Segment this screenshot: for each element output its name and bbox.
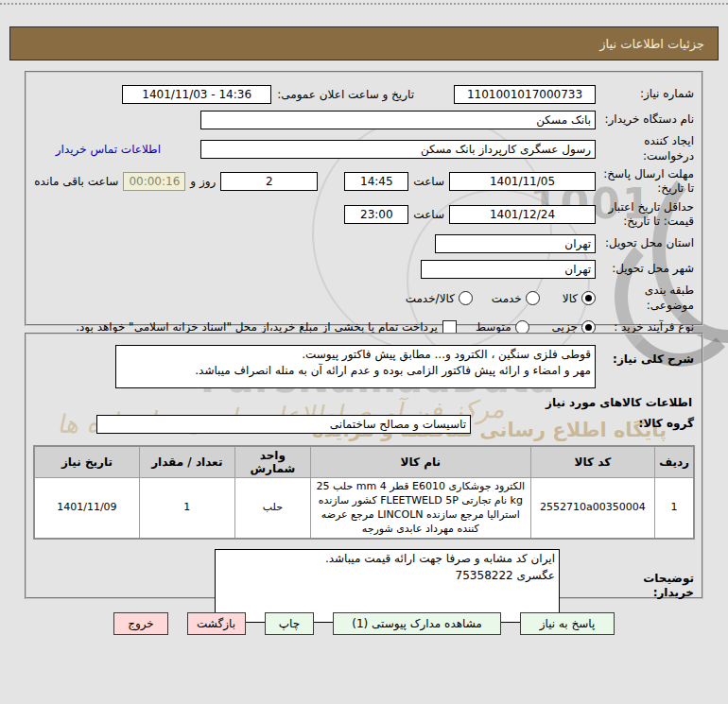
col-header-item-code: کد کالا <box>530 446 655 478</box>
view-attached-docs-button[interactable]: مشاهده مدارک پیوستی (1) <box>333 612 501 635</box>
subject-category-row: طبقه بندی موضوعی: کالا خدمت کالا/خدمت <box>34 283 694 313</box>
city-label: شهر محل تحویل: <box>596 262 694 277</box>
countdown-box: 00:00:16 <box>123 172 185 191</box>
city-row: شهر محل تحویل: <box>34 258 694 281</box>
need-number-field[interactable] <box>454 85 596 104</box>
announce-datetime-field[interactable] <box>122 85 271 104</box>
back-button[interactable]: بازگشت <box>187 612 246 635</box>
city-field[interactable] <box>421 260 596 279</box>
radio-goods-label: کالا <box>563 292 578 305</box>
radio-goods-service[interactable] <box>459 291 473 305</box>
province-label: استان محل تحویل: <box>596 236 694 251</box>
days-remaining-field[interactable] <box>220 172 318 191</box>
cell-row-number: 1 <box>655 478 694 540</box>
cell-need-date: 1401/11/09 <box>34 478 139 540</box>
page-title: جزئیات اطلاعات نیاز <box>599 37 704 51</box>
countdown-label: ساعت باقی مانده <box>34 175 118 188</box>
col-header-need-date: تاریخ نیاز <box>34 446 139 478</box>
need-description-row: شرح کلی نیاز: قوطی فلزی سنگین ، الکترود … <box>34 345 694 388</box>
cell-item-code: 2552710a00350004 <box>530 478 655 540</box>
announce-datetime-label: تاریخ و ساعت اعلان عمومی: <box>271 88 414 101</box>
buyer-org-row: نام دستگاه خریدار: <box>34 109 694 131</box>
cell-item-name: الکترود جوشکاری E6010 قطر 4 mm حلب 25 kg… <box>311 478 531 540</box>
col-header-row-number: ردیف <box>655 446 694 478</box>
radio-goods-service-label: کالا/خدمت <box>406 292 455 305</box>
requester-row: ایجاد کننده درخواست: اطلاعات تماس خریدار <box>34 134 694 163</box>
buyer-contact-link[interactable]: اطلاعات تماس خریدار <box>56 143 161 156</box>
validity-time-field[interactable] <box>344 205 408 224</box>
deadline-time-field[interactable] <box>344 172 408 191</box>
goods-group-field[interactable] <box>96 415 471 434</box>
col-header-quantity: تعداد / مقدار <box>139 446 234 478</box>
cell-quantity: 1 <box>139 478 234 540</box>
top-dotted-divider <box>0 3 728 5</box>
deadline-date-field[interactable] <box>449 172 596 191</box>
goods-group-row: گروه کالا: <box>34 413 694 436</box>
validity-hour-label: ساعت <box>413 208 444 221</box>
col-header-unit: واحد شمارش <box>234 446 310 478</box>
radio-service[interactable] <box>526 291 540 305</box>
exit-button[interactable]: خروج <box>113 612 168 635</box>
cell-unit: حلب <box>234 478 310 540</box>
radio-service-label: خدمت <box>492 292 522 305</box>
items-panel: شرح کلی نیاز: قوطی فلزی سنگین ، الکترود … <box>25 333 703 599</box>
buyer-notes-label: توضیحات خریدار: <box>596 572 694 601</box>
respond-to-need-button[interactable]: پاسخ به نیاز <box>520 612 615 635</box>
price-validity-label: حداقل تاریخ اعتبار قیمت: تا تاریخ: <box>596 200 694 230</box>
items-table-header-row: ردیف کد کالا نام کالا واحد شمارش تعداد /… <box>34 446 694 478</box>
buyer-org-field[interactable] <box>200 111 596 129</box>
print-button[interactable]: چاپ <box>265 612 314 635</box>
need-number-row: شماره نیاز: تاریخ و ساعت اعلان عمومی: <box>34 83 694 106</box>
table-row: 1 2552710a00350004 الکترود جوشکاری E6010… <box>34 478 694 540</box>
response-deadline-label: مهلت ارسال پاسخ: تا تاریخ: <box>596 167 694 197</box>
need-description-textarea[interactable]: قوطی فلزی سنگین ، الکترود و... مطابق پیش… <box>115 345 596 388</box>
buyer-org-label: نام دستگاه خریدار: <box>596 112 694 128</box>
general-info-panel: شماره نیاز: تاریخ و ساعت اعلان عمومی: نا… <box>25 71 703 326</box>
subject-category-label: طبقه بندی موضوعی: <box>596 283 694 313</box>
items-table: ردیف کد کالا نام کالا واحد شمارش تعداد /… <box>33 445 695 540</box>
need-number-label: شماره نیاز: <box>596 87 694 102</box>
need-description-label: شرح کلی نیاز: <box>596 345 694 368</box>
requester-label: ایجاد کننده درخواست: <box>596 134 694 163</box>
items-section-heading: اطلاعات کالاهای مورد نیاز <box>36 396 692 409</box>
province-field[interactable] <box>435 234 596 253</box>
goods-group-label: گروه کالا: <box>596 417 694 432</box>
page-header: جزئیات اطلاعات نیاز <box>9 26 719 60</box>
validity-date-field[interactable] <box>449 205 596 224</box>
radio-goods[interactable] <box>581 291 596 305</box>
response-deadline-row: مهلت ارسال پاسخ: تا تاریخ: ساعت روز و 00… <box>34 166 694 197</box>
requester-field[interactable] <box>200 140 596 159</box>
deadline-hour-label: ساعت <box>413 175 444 188</box>
col-header-item-name: نام کالا <box>311 446 531 478</box>
action-buttons-row: پاسخ به نیاز مشاهده مدارک پیوستی (1) چاپ… <box>0 612 728 635</box>
days-label: روز و <box>190 175 216 188</box>
price-validity-row: حداقل تاریخ اعتبار قیمت: تا تاریخ: ساعت <box>34 199 694 230</box>
province-row: استان محل تحویل: <box>34 232 694 255</box>
